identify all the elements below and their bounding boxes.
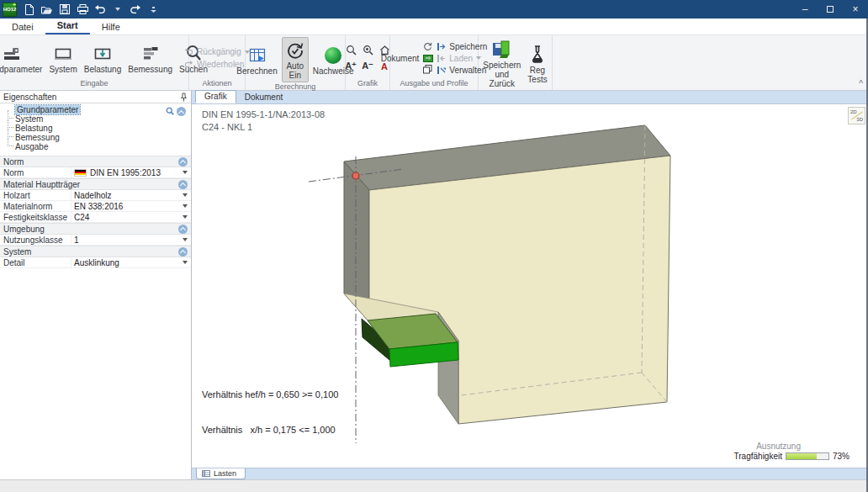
open-profile-icon[interactable] bbox=[423, 54, 433, 62]
group-label-aktionen: Aktionen bbox=[189, 79, 245, 90]
quickaccess-customize-icon[interactable] bbox=[146, 3, 161, 16]
belastung-label: Belastung bbox=[84, 65, 121, 74]
system-icon bbox=[53, 43, 73, 65]
speichern-und-zurueck-label: Speichern und Zurück bbox=[483, 61, 521, 88]
ribbon: Grundparameter System Belastung bbox=[0, 35, 868, 91]
dropdown-arrow-icon bbox=[183, 261, 188, 264]
restore-window-icon[interactable] bbox=[423, 65, 433, 74]
section-header-umgebung[interactable]: Umgebung bbox=[0, 223, 191, 235]
property-label: Nutzungsklasse bbox=[0, 235, 71, 245]
tab-lasten[interactable]: Lasten bbox=[196, 468, 246, 479]
undo-dropdown-icon[interactable] bbox=[110, 3, 125, 16]
bemessung-label: Bemessung bbox=[128, 65, 172, 74]
zoom-in-icon[interactable] bbox=[346, 45, 357, 56]
app-badge-label: HO12 bbox=[3, 7, 17, 12]
speichern-und-zurueck-button[interactable]: Speichern und Zurück bbox=[480, 37, 523, 90]
section-title: Norm bbox=[3, 157, 24, 167]
tab-grafik[interactable]: Grafik bbox=[195, 90, 236, 103]
graphics-canvas[interactable]: DIN EN 1995-1-1/NA:2013-08 C24 - NKL 1 2… bbox=[192, 104, 868, 468]
ribbon-empty-space: ^ bbox=[553, 35, 868, 90]
berechnen-button[interactable]: Berechnen bbox=[234, 43, 279, 77]
undo-icon[interactable] bbox=[93, 3, 108, 16]
section-collapse-icon[interactable] bbox=[178, 225, 188, 234]
section-header-system[interactable]: System bbox=[0, 246, 191, 257]
app-icon[interactable]: HO12 + bbox=[3, 3, 17, 17]
property-label: Norm bbox=[0, 167, 71, 177]
properties-header: Eigenschaften bbox=[0, 91, 191, 103]
section-collapse-icon[interactable] bbox=[178, 247, 188, 257]
tree-item-bemessung[interactable]: Bemessung bbox=[3, 133, 191, 142]
pin-icon[interactable] bbox=[180, 93, 188, 102]
redo-icon[interactable] bbox=[128, 3, 143, 16]
app-badge-plus: + bbox=[13, 2, 16, 8]
ribbon-group-ausgabe: Dokument bbox=[390, 35, 479, 90]
belastung-button[interactable]: Belastung bbox=[82, 41, 124, 76]
tragfaehigkeit-label: Tragfähigkeit bbox=[734, 452, 782, 461]
open-file-icon[interactable] bbox=[40, 3, 55, 16]
property-value: Ausklinkung bbox=[74, 258, 119, 267]
tree-item-belastung[interactable]: Belastung bbox=[3, 124, 191, 133]
view-tabs: Grafik Dokument bbox=[192, 91, 868, 104]
ribbon-collapse-chevron[interactable]: ^ bbox=[859, 79, 863, 88]
holzart-select[interactable]: Nadelholz bbox=[71, 190, 191, 200]
dokument-button[interactable]: Dokument bbox=[381, 54, 420, 63]
profil-verwalten-icon bbox=[437, 66, 446, 74]
close-button[interactable]: × bbox=[843, 0, 868, 19]
ribbon-group-eingabe: Grundparameter System Belastung bbox=[0, 35, 189, 90]
property-value: Nadelholz bbox=[74, 191, 111, 200]
grundparameter-icon bbox=[2, 43, 22, 65]
ratio-line-1: Verhältnis hef/h = 0,650 >= 0,100 bbox=[202, 389, 338, 400]
minimize-button[interactable]: – bbox=[792, 0, 818, 19]
tree-branch-line bbox=[8, 110, 13, 119]
system-label: System bbox=[49, 65, 77, 74]
tree-item-grundparameter[interactable]: Grundparameter bbox=[3, 105, 191, 114]
belastung-icon bbox=[93, 43, 113, 65]
ratio-line-2: Verhältnis x/h = 0,175 <= 1,000 bbox=[202, 424, 338, 436]
auto-ein-toggle[interactable]: Auto Ein bbox=[282, 37, 309, 82]
tree-item-label: Grundparameter bbox=[15, 105, 80, 114]
section-header-material[interactable]: Material Hauptträger bbox=[0, 178, 191, 190]
group-label-ausgabe: Ausgabe und Profile bbox=[390, 79, 478, 90]
tree-item-label: System bbox=[15, 114, 43, 124]
section-header-norm[interactable]: Norm bbox=[0, 156, 191, 167]
save-icon[interactable] bbox=[57, 3, 72, 16]
print-icon[interactable] bbox=[75, 3, 90, 16]
tab-start[interactable]: Start bbox=[45, 19, 90, 34]
group-label-eingabe: Eingabe bbox=[0, 79, 188, 90]
property-row-norm: Norm DIN EN 1995:2013 bbox=[0, 167, 191, 178]
tab-dokument[interactable]: Dokument bbox=[236, 92, 292, 103]
system-button[interactable]: System bbox=[46, 41, 79, 76]
tree-item-system[interactable]: System bbox=[3, 114, 191, 124]
grundparameter-button[interactable]: Grundparameter bbox=[0, 41, 45, 76]
nutzungsklasse-select[interactable]: 1 bbox=[71, 235, 191, 245]
new-file-icon[interactable] bbox=[22, 3, 37, 16]
app-window: HO12 + – × Datei bbox=[0, 0, 868, 492]
zoom-select-icon[interactable] bbox=[363, 45, 373, 56]
norm-select[interactable]: DIN EN 1995:2013 bbox=[71, 167, 191, 177]
tab-datei[interactable]: Datei bbox=[0, 20, 45, 34]
materialnorm-select[interactable]: EN 338:2016 bbox=[71, 201, 191, 211]
property-label: Holzart bbox=[0, 190, 71, 200]
tree-item-ausgabe[interactable]: Ausgabe bbox=[3, 142, 191, 151]
font-smaller-button[interactable]: A⁻ bbox=[362, 61, 373, 71]
detail-select[interactable]: Ausklinkung bbox=[71, 257, 191, 267]
property-value: EN 338:2016 bbox=[74, 202, 123, 211]
main-area: Eigenschaften Grundparameter bbox=[0, 91, 868, 479]
font-larger-button[interactable]: A⁺ bbox=[345, 61, 357, 71]
tab-hilfe[interactable]: Hilfe bbox=[90, 20, 132, 34]
tragfaehigkeit-percent: 73% bbox=[833, 452, 849, 461]
dropdown-arrow-icon bbox=[183, 171, 188, 174]
property-row-festigkeitsklasse: Festigkeitsklasse C24 bbox=[0, 212, 191, 223]
maximize-button[interactable] bbox=[818, 0, 843, 19]
tragfaehigkeit-bar bbox=[786, 452, 829, 460]
refresh-icon[interactable] bbox=[423, 42, 433, 51]
property-label: Materialnorm bbox=[0, 201, 71, 211]
section-collapse-icon[interactable] bbox=[178, 180, 188, 189]
property-row-materialnorm: Materialnorm EN 338:2016 bbox=[0, 201, 191, 212]
reg-tests-button[interactable]: Reg Tests bbox=[525, 42, 549, 86]
bemessung-button[interactable]: Bemessung bbox=[125, 41, 175, 76]
festigkeitsklasse-select[interactable]: C24 bbox=[71, 212, 191, 222]
section-collapse-icon[interactable] bbox=[178, 157, 188, 167]
properties-title: Eigenschaften bbox=[3, 93, 56, 102]
property-label: Festigkeitsklasse bbox=[0, 212, 71, 222]
